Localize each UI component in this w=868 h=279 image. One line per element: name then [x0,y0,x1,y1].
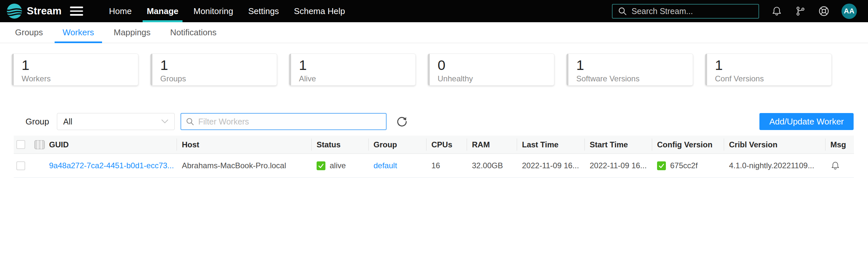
add-update-worker-button[interactable]: Add/Update Worker [760,113,854,130]
row-cpus-cell: 16 [426,154,467,177]
search-icon [186,117,194,126]
card-workers[interactable]: 1 Workers [12,54,138,85]
row-msg-cell [825,154,854,177]
column-header-host[interactable]: Host [177,136,311,153]
tab-workers[interactable]: Workers [55,22,102,43]
brand: Stream [6,3,61,19]
top-navigation-bar: Stream Home Manage Monitoring Settings S… [0,0,868,22]
column-header-ram[interactable]: RAM [467,136,517,153]
config-version-text: 675cc2f [670,161,698,170]
nav-item-monitoring[interactable]: Monitoring [186,0,240,22]
card-label: Unhealthy [438,74,546,83]
hamburger-menu-icon[interactable] [70,5,83,18]
row-cribl-version-cell: 4.1.0-nightly.20221109... [724,154,825,177]
row-group-cell: default [368,154,426,177]
row-ram-cell: 32.00GB [467,154,517,177]
group-filter-label: Group [26,117,49,127]
column-header-guid[interactable]: GUID [49,136,177,153]
row-select-cell [14,154,30,177]
header-columns-cell [30,136,49,153]
card-label: Workers [22,74,130,83]
card-value: 1 [715,57,824,73]
table-row: 9a48a272-7ca2-4451-b0d1-ecc73... Abraham… [14,154,854,178]
nav-item-manage[interactable]: Manage [139,0,186,22]
row-guid-cell: 9a48a272-7ca2-4451-b0d1-ecc73... [49,154,177,177]
column-header-cribl-version[interactable]: Cribl Version [724,136,825,153]
card-label: Alive [299,74,407,83]
topbar-right: AA [612,4,857,19]
column-header-config-version[interactable]: Config Version [652,136,724,153]
card-value: 1 [299,57,407,73]
column-header-cpus[interactable]: CPUs [426,136,467,153]
row-start-time-cell: 2022-11-09 16... [584,154,652,177]
filter-toolbar: Group All Add/Update Worker [0,113,868,130]
guid-link[interactable]: 9a48a272-7ca2-4451-b0d1-ecc73... [49,161,174,170]
row-host-cell: Abrahams-MacBook-Pro.local [177,154,311,177]
tab-notifications[interactable]: Notifications [162,22,224,43]
card-value: 0 [438,57,546,73]
user-avatar[interactable]: AA [841,4,857,19]
column-header-group[interactable]: Group [368,136,426,153]
search-input[interactable] [631,6,753,16]
manage-tabbar: Groups Workers Mappings Notifications [0,22,868,43]
nav-item-schema-help[interactable]: Schema Help [286,0,352,22]
nav-item-settings[interactable]: Settings [241,0,286,22]
row-icon-spacer [30,154,49,177]
search-icon [618,6,627,16]
card-value: 1 [22,57,130,73]
help-ring-icon[interactable] [818,5,830,17]
row-config-version-cell: 675cc2f [652,154,724,177]
group-filter-select[interactable]: All [57,113,175,130]
card-software-versions[interactable]: 1 Software Versions [566,54,693,85]
column-settings-icon[interactable] [34,139,45,150]
notifications-bell-icon[interactable] [771,5,783,17]
status-text: alive [330,161,346,170]
column-header-start-time[interactable]: Start Time [584,136,652,153]
status-check-icon [317,162,326,170]
tab-groups[interactable]: Groups [7,22,51,43]
header-select-cell [14,136,30,153]
card-value: 1 [160,57,269,73]
git-branch-icon[interactable] [795,5,806,17]
summary-cards: 1 Workers 1 Groups 1 Alive 0 Unhealthy 1… [12,54,868,85]
row-status-cell: alive [311,154,368,177]
group-link[interactable]: default [373,161,397,170]
refresh-icon[interactable] [395,115,409,128]
table-header-row: GUID Host Status Group CPUs RAM Last Tim… [14,136,854,154]
column-header-status[interactable]: Status [311,136,368,153]
card-unhealthy[interactable]: 0 Unhealthy [428,54,554,85]
row-last-time-cell: 2022-11-09 16... [517,154,584,177]
card-value: 1 [576,57,685,73]
group-filter-value: All [63,117,161,127]
stream-logo-icon [6,3,22,19]
card-groups[interactable]: 1 Groups [150,54,277,85]
card-alive[interactable]: 1 Alive [289,54,416,85]
card-label: Software Versions [576,74,685,83]
filter-workers-input[interactable] [198,117,381,127]
card-conf-versions[interactable]: 1 Conf Versions [705,54,832,85]
brand-name: Stream [27,5,61,17]
row-checkbox[interactable] [17,162,25,170]
global-search[interactable] [612,4,759,19]
column-header-last-time[interactable]: Last Time [517,136,584,153]
nav-item-home[interactable]: Home [101,0,139,22]
message-bell-icon[interactable] [830,161,840,171]
chevron-down-icon [161,119,168,124]
filter-workers-box[interactable] [181,113,386,130]
config-check-icon [657,162,666,170]
primary-nav: Home Manage Monitoring Settings Schema H… [101,0,352,22]
card-label: Conf Versions [715,74,824,83]
tab-mappings[interactable]: Mappings [106,22,159,43]
card-label: Groups [160,74,269,83]
select-all-checkbox[interactable] [17,140,25,149]
workers-table: GUID Host Status Group CPUs RAM Last Tim… [14,136,854,178]
column-header-msg[interactable]: Msg [825,136,854,153]
